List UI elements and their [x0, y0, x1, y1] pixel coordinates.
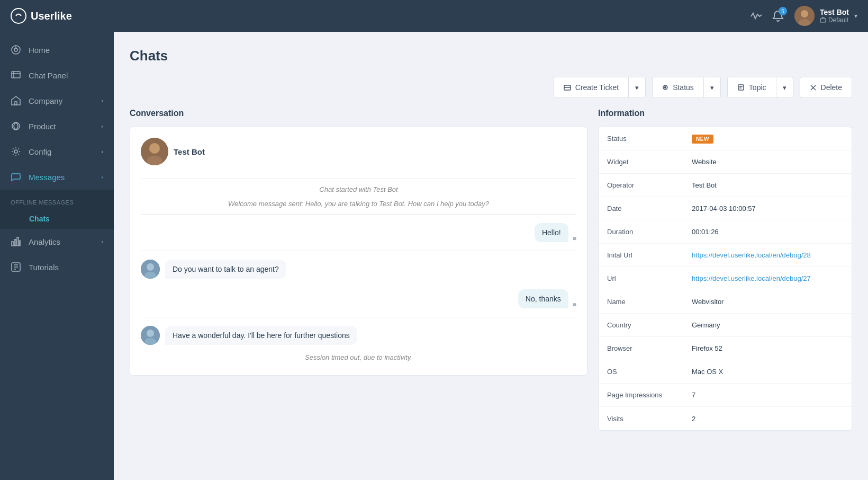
- status-icon: [662, 84, 668, 91]
- analytics-icon: [11, 236, 21, 247]
- info-row-date: Date 2017-04-03 10:00:57: [599, 197, 852, 220]
- message-bubble-question: Do you want to talk to an agent?: [165, 260, 286, 279]
- info-row-page-impressions: Page Impressions 7: [599, 384, 852, 407]
- company-icon: [11, 95, 21, 106]
- divider-2: [141, 214, 576, 215]
- messages-icon: [11, 172, 21, 182]
- status-badge: NEW: [692, 135, 713, 144]
- info-label-name: Name: [599, 292, 683, 311]
- info-row-country: Country Germany: [599, 314, 852, 337]
- info-value-initial-url: https://devel.userlike.local/en/debug/28: [683, 246, 852, 264]
- info-label-page-impressions: Page Impressions: [599, 386, 683, 404]
- divider-4: [141, 317, 576, 317]
- user-info: Test Bot Default: [820, 8, 849, 24]
- topic-chevron-icon: ▾: [783, 84, 786, 92]
- delete-icon: [810, 84, 817, 91]
- userlike-logo-icon: [11, 8, 26, 24]
- ticket-icon: [564, 84, 571, 91]
- svg-point-6: [14, 48, 17, 51]
- divider-3: [141, 251, 576, 251]
- svg-rect-4: [820, 19, 826, 22]
- status-dropdown-button[interactable]: ▾: [703, 77, 721, 98]
- info-row-status: Status NEW: [599, 127, 852, 150]
- chat-message-question: Do you want to talk to an agent?: [141, 254, 576, 284]
- sidebar-item-product[interactable]: Product ›: [0, 113, 114, 139]
- info-label-status: Status: [599, 129, 683, 148]
- company-chevron-icon: ›: [101, 97, 103, 104]
- message-bubble-farewell: Have a wonderful day. I'll be here for f…: [165, 326, 357, 345]
- info-row-initial-url: Inital Url https://devel.userlike.local/…: [599, 244, 852, 267]
- main-content: Chats Create Ticket ▾: [114, 32, 868, 480]
- info-row-os: OS Mac OS X: [599, 360, 852, 384]
- chat-panel-icon: [11, 70, 21, 81]
- initial-url-link[interactable]: https://devel.userlike.local/en/debug/28: [692, 251, 811, 259]
- info-value-name: Webvisitor: [683, 292, 852, 311]
- operator-name: Test Bot: [174, 147, 205, 156]
- info-value-status: NEW: [683, 129, 852, 148]
- sidebar-item-analytics[interactable]: Analytics ›: [0, 229, 114, 254]
- page-title: Chats: [130, 48, 852, 64]
- user-name: Test Bot: [820, 8, 849, 16]
- svg-point-24: [665, 87, 666, 88]
- notification-badge: 5: [779, 7, 787, 15]
- info-row-url: Url https://devel.userlike.local/en/debu…: [599, 267, 852, 290]
- message-tick-hello: ■: [573, 235, 576, 242]
- chat-message-hello: Hello! ■: [141, 218, 576, 247]
- info-value-widget: Website: [683, 153, 852, 171]
- topic-group: Topic ▾: [727, 77, 793, 98]
- svg-rect-25: [738, 85, 744, 90]
- operator-avatar: [141, 138, 168, 165]
- url-link[interactable]: https://devel.userlike.local/en/debug/27: [692, 274, 811, 282]
- conversation-panel: Test Bot Chat started with Test Bot Welc…: [130, 127, 587, 376]
- sidebar-item-chat-panel[interactable]: Chat Panel: [0, 63, 114, 88]
- visitor-avatar-farewell: [141, 326, 160, 345]
- information-column: Information Status NEW Widget Website Op…: [598, 109, 852, 431]
- operator-header: Test Bot: [141, 138, 576, 173]
- config-icon: [11, 146, 21, 157]
- system-message-1: Chat started with Test Bot: [141, 182, 576, 197]
- conversation-column: Conversation Test Bot: [130, 109, 587, 376]
- product-chevron-icon: ›: [101, 123, 103, 129]
- message-bubble-hello: Hello!: [535, 223, 568, 242]
- top-navigation: Userlike 5 Test Bot: [0, 0, 868, 32]
- toolbar: Create Ticket ▾ Status ▾: [130, 77, 852, 98]
- info-label-country: Country: [599, 316, 683, 334]
- svg-rect-15: [14, 239, 16, 246]
- avatar: [794, 6, 815, 26]
- svg-point-37: [147, 330, 154, 337]
- info-label-date: Date: [599, 199, 683, 218]
- sidebar-item-tutorials[interactable]: Tutorials: [0, 254, 114, 280]
- sidebar-item-messages[interactable]: Messages ›: [0, 164, 114, 190]
- svg-rect-11: [15, 102, 17, 105]
- info-value-visits: 2: [683, 410, 852, 428]
- chat-message-no-thanks: No, thanks ■: [141, 284, 576, 314]
- sidebar-item-home[interactable]: Home: [0, 37, 114, 63]
- app-layout: Home Chat Panel Company › Product: [0, 32, 868, 480]
- session-timeout-msg: Session timed out, due to inactivity.: [141, 350, 576, 365]
- topic-dropdown-button[interactable]: ▾: [776, 77, 793, 98]
- logo[interactable]: Userlike: [11, 8, 72, 24]
- info-value-url: https://devel.userlike.local/en/debug/27: [683, 269, 852, 288]
- sidebar-item-company[interactable]: Company ›: [0, 88, 114, 113]
- delete-button[interactable]: Delete: [800, 77, 852, 98]
- svg-rect-17: [20, 241, 20, 246]
- topic-button[interactable]: Topic: [727, 77, 776, 98]
- activity-button[interactable]: [750, 10, 762, 22]
- info-label-os: OS: [599, 362, 683, 381]
- notifications-button[interactable]: 5: [772, 10, 784, 22]
- sidebar-item-config[interactable]: Config ›: [0, 139, 114, 164]
- info-row-name: Name Webvisitor: [599, 290, 852, 314]
- offline-messages-label: Offline Messages: [0, 190, 114, 209]
- status-button[interactable]: Status: [652, 77, 703, 98]
- create-ticket-dropdown-button[interactable]: ▾: [628, 77, 646, 98]
- info-value-os: Mac OS X: [683, 362, 852, 381]
- sidebar-item-chats[interactable]: Chats: [0, 209, 114, 229]
- info-value-duration: 00:01:26: [683, 223, 852, 241]
- user-profile[interactable]: Test Bot Default ▾: [794, 6, 857, 26]
- info-value-browser: Firefox 52: [683, 339, 852, 358]
- info-row-visits: Visits 2: [599, 407, 852, 430]
- svg-rect-16: [17, 237, 19, 246]
- topnav-right: 5 Test Bot Default ▾: [750, 6, 857, 26]
- info-row-operator: Operator Test Bot: [599, 174, 852, 197]
- create-ticket-button[interactable]: Create Ticket: [554, 77, 628, 98]
